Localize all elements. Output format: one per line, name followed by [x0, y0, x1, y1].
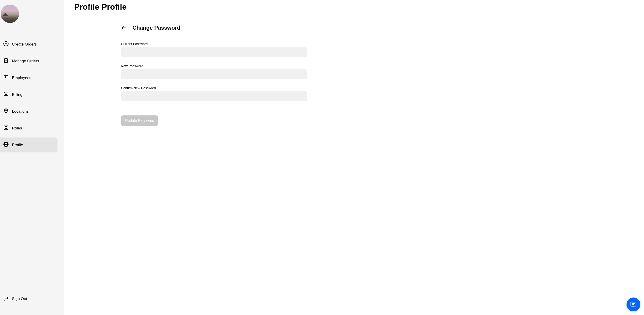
change-password-form: Change Password Current Password New Pas…: [121, 24, 307, 126]
sidebar-item-label: Manage Orders: [12, 59, 39, 64]
form-divider: [121, 109, 307, 109]
sidebar-item-employees[interactable]: Employees: [0, 70, 58, 85]
page-title: Profile Profile: [74, 2, 634, 12]
field-new-password: New Password: [121, 64, 307, 79]
main-content: Profile Profile Change Password Current …: [64, 0, 644, 315]
sidebar-item-label: Sign Out: [12, 296, 27, 301]
sidebar-item-sign-out[interactable]: Sign Out: [0, 291, 58, 306]
chat-widget-button[interactable]: [626, 298, 640, 311]
svg-rect-7: [4, 76, 8, 79]
user-circle-icon: [3, 142, 9, 148]
sidebar-item-billing[interactable]: Billing: [0, 87, 58, 102]
chat-icon: [630, 301, 637, 308]
sidebar-item-profile[interactable]: Profile: [0, 138, 58, 152]
svg-point-12: [6, 94, 7, 95]
grid-icon: [3, 125, 9, 132]
sidebar: Create Orders Manage Orders: [0, 0, 64, 315]
svg-rect-11: [4, 93, 8, 96]
confirm-password-input[interactable]: [121, 91, 307, 102]
clipboard-icon: [3, 58, 9, 64]
id-badge-icon: [3, 74, 9, 81]
map-pin-icon: [3, 108, 9, 115]
sidebar-item-label: Create Orders: [12, 42, 37, 47]
sidebar-item-roles[interactable]: Roles: [0, 121, 58, 136]
sidebar-item-locations[interactable]: Locations: [0, 104, 58, 119]
section-title: Change Password: [132, 24, 180, 31]
sidebar-item-manage-orders[interactable]: Manage Orders: [0, 54, 58, 68]
current-password-input[interactable]: [121, 47, 307, 57]
field-confirm-password: Confirm New Password: [121, 86, 307, 102]
back-button[interactable]: [121, 25, 127, 31]
svg-rect-17: [6, 128, 8, 130]
plus-circle-icon: [3, 41, 9, 48]
svg-rect-14: [4, 126, 6, 127]
sidebar-item-label: Employees: [12, 76, 31, 80]
field-label: Current Password: [121, 42, 307, 46]
svg-point-13: [5, 110, 7, 111]
svg-rect-16: [4, 128, 6, 130]
divider: [74, 18, 634, 18]
sidebar-item-label: Billing: [12, 92, 22, 97]
field-current-password: Current Password: [121, 42, 307, 57]
sidebar-item-label: Roles: [12, 126, 22, 130]
cash-icon: [3, 91, 9, 98]
nav-list: Create Orders Manage Orders: [0, 37, 64, 315]
new-password-input[interactable]: [121, 69, 307, 79]
section-header: Change Password: [121, 24, 307, 31]
sidebar-item-label: Profile: [12, 143, 23, 148]
avatar[interactable]: [1, 4, 19, 23]
update-password-button[interactable]: Update Password: [121, 116, 158, 126]
field-label: Confirm New Password: [121, 86, 307, 90]
svg-point-19: [5, 143, 7, 144]
sign-out-icon: [3, 296, 9, 302]
svg-rect-15: [6, 126, 8, 127]
sidebar-item-create-orders[interactable]: Create Orders: [0, 37, 58, 52]
field-label: New Password: [121, 64, 307, 68]
svg-point-8: [5, 76, 6, 78]
arrow-left-icon: [121, 25, 127, 31]
sidebar-item-label: Locations: [12, 109, 29, 114]
